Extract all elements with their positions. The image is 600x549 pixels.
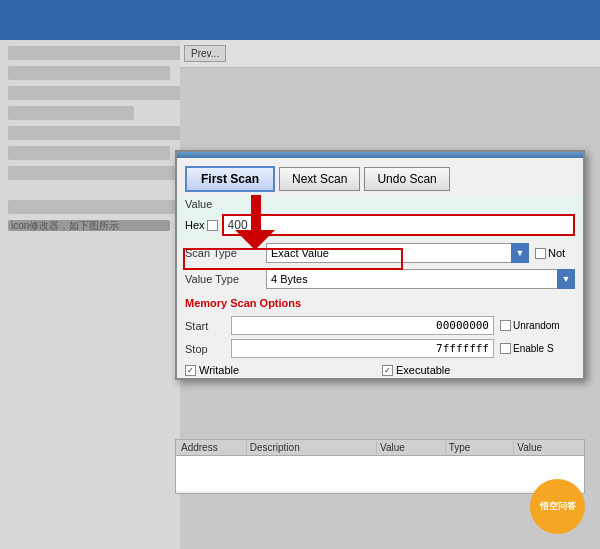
executable-checkbox[interactable] <box>382 365 393 376</box>
writable-label: Writable <box>199 364 239 376</box>
top-bar <box>0 0 600 40</box>
stop-label: Stop <box>185 343 225 355</box>
enable-s-checkbox[interactable] <box>500 343 511 354</box>
start-value-input[interactable] <box>231 316 494 335</box>
col-value2: Value <box>514 441 582 454</box>
table-body <box>176 456 584 491</box>
memory-scan-options-header: Memory Scan Options <box>177 292 583 312</box>
stop-row: Stop Enable S <box>185 337 575 360</box>
not-checkbox[interactable] <box>535 248 546 259</box>
hex-checkbox-wrap: Hex <box>185 219 218 231</box>
value-type-select-wrap: 4 Bytes ▼ <box>266 269 575 289</box>
unrandom-checkbox[interactable] <box>500 320 511 331</box>
col-description: Description <box>247 441 377 454</box>
right-options-2: Enable S <box>500 343 575 354</box>
col-value: Value <box>377 441 446 454</box>
memory-scanner-dialog: First Scan Next Scan Undo Scan Value Hex… <box>175 150 585 380</box>
unrandom-option: Unrandom <box>500 320 575 331</box>
watermark-text: 悟空问答 <box>540 500 576 513</box>
red-arrow-svg <box>235 195 275 250</box>
table-header: Address Description Value Type Value <box>176 440 584 456</box>
start-row: Start Unrandom <box>185 314 575 337</box>
bottom-table-area: Address Description Value Type Value <box>175 439 585 494</box>
article-line <box>8 86 188 100</box>
executable-item: Executable <box>382 364 575 376</box>
memory-options: Start Unrandom Stop Enable S <box>177 312 583 362</box>
article-line <box>8 200 188 214</box>
svg-marker-1 <box>235 230 275 250</box>
red-arrow-container <box>235 195 275 253</box>
article-line <box>8 126 188 140</box>
button-row: First Scan Next Scan Undo Scan <box>177 158 583 196</box>
value-type-label: Value Type <box>185 273 260 285</box>
next-scan-button[interactable]: Next Scan <box>279 167 360 191</box>
executable-label: Executable <box>396 364 450 376</box>
undo-scan-button[interactable]: Undo Scan <box>364 167 449 191</box>
scan-type-select-wrap: Exact Value ▼ <box>266 243 529 263</box>
article-background: icon修改器，如下图所示 <box>0 40 180 549</box>
article-line <box>8 146 170 160</box>
article-line <box>8 106 134 120</box>
right-options: Unrandom <box>500 320 575 331</box>
value-type-value[interactable]: 4 Bytes <box>266 269 575 289</box>
watermark: 悟空问答 <box>530 479 585 534</box>
col-type: Type <box>446 441 515 454</box>
scan-type-dropdown-arrow[interactable]: ▼ <box>511 243 529 263</box>
writable-executable-row: Writable Executable <box>177 362 583 378</box>
unrandom-label: Unrandom <box>513 320 560 331</box>
first-scan-button[interactable]: First Scan <box>185 166 275 192</box>
bg-btn: Prev... <box>184 45 226 62</box>
enable-s-option: Enable S <box>500 343 575 354</box>
stop-value-input[interactable] <box>231 339 494 358</box>
value-type-dropdown-arrow[interactable]: ▼ <box>557 269 575 289</box>
value-type-row: Value Type 4 Bytes ▼ <box>177 266 583 292</box>
article-label: icon修改器，如下图所示 <box>8 220 170 231</box>
bg-toolbar: Prev... <box>180 40 600 68</box>
article-line <box>8 66 170 80</box>
not-label: Not <box>548 247 565 259</box>
memory-scan-options-title: Memory Scan Options <box>185 297 301 309</box>
article-line <box>8 166 188 180</box>
article-line <box>8 46 188 60</box>
col-address: Address <box>178 441 247 454</box>
svg-rect-0 <box>251 195 261 230</box>
writable-item: Writable <box>185 364 378 376</box>
hex-label: Hex <box>185 219 205 231</box>
hex-checkbox[interactable] <box>207 220 218 231</box>
writable-checkbox[interactable] <box>185 365 196 376</box>
start-label: Start <box>185 320 225 332</box>
not-checkbox-wrap: Not <box>535 247 575 259</box>
scan-type-value[interactable]: Exact Value <box>266 243 529 263</box>
value-heading: Value <box>185 198 212 210</box>
enable-s-label: Enable S <box>513 343 554 354</box>
